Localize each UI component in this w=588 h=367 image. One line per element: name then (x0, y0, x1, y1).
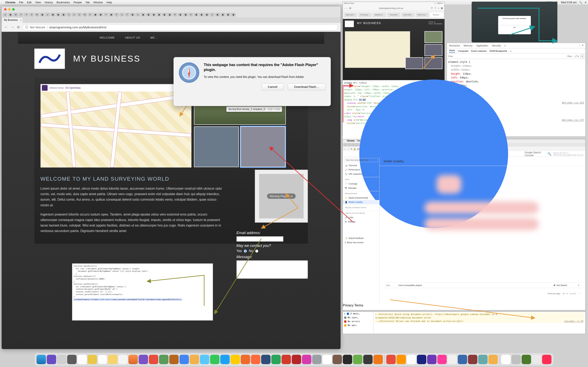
new-tab-icon[interactable]: + (438, 7, 439, 9)
mini-thumb[interactable] (424, 31, 442, 43)
sidebar-item-overview[interactable]: 📊 Overview (343, 163, 379, 167)
dock-app[interactable] (77, 355, 87, 364)
pager-size[interactable]: 10 (562, 292, 564, 295)
dock-app[interactable] (180, 355, 189, 364)
dock-preferences[interactable] (67, 355, 77, 364)
nav-about[interactable]: ABOUT US (125, 36, 140, 39)
close-icon[interactable]: ⋮ ✕ (579, 44, 584, 47)
bookmark-item[interactable]: ▦ (205, 13, 209, 17)
dock-app[interactable] (448, 355, 457, 364)
bookmark-item[interactable]: S (88, 13, 92, 17)
chevron-right-icon[interactable]: ▸ (378, 320, 380, 323)
nav-welcome[interactable]: WELCOME (100, 36, 115, 39)
pager-prev[interactable]: ‹ (578, 292, 579, 295)
dock-app[interactable] (118, 355, 128, 364)
bookmark-item[interactable]: a (3, 13, 7, 17)
dock-app[interactable] (407, 355, 416, 364)
active-app[interactable]: Chrome (5, 1, 15, 4)
reload-button[interactable]: ⟳ (16, 25, 20, 30)
bookmark-item[interactable]: ▦ (231, 13, 236, 17)
bookmark-item[interactable]: W (82, 13, 87, 17)
bookmark-item[interactable]: ▦ (130, 13, 135, 17)
overflow-icon[interactable]: » (510, 50, 511, 52)
forward-button[interactable]: → (10, 25, 14, 29)
zoom-button[interactable] (12, 8, 15, 11)
bookmark-item[interactable]: ▦ (109, 13, 113, 17)
menu-edit[interactable]: Edit (27, 1, 31, 4)
bookmark-item[interactable]: ▦ (98, 13, 103, 17)
bookmark-item[interactable]: ▦ (178, 13, 182, 17)
dock-app[interactable] (210, 355, 219, 364)
gallery-thumb[interactable] (194, 126, 239, 167)
bookmark-item[interactable]: R (173, 13, 177, 17)
sidebar-section-legacy[interactable]: Legacy tools and reports (343, 211, 379, 215)
bookmark-item[interactable]: ▦ (141, 13, 145, 17)
search-icon[interactable]: 🔍 (579, 1, 582, 4)
sidebar-item-links[interactable]: 🔗 Links (343, 215, 379, 220)
bookmark-item[interactable]: ▦ (162, 13, 167, 17)
dock-siri[interactable] (47, 355, 56, 364)
bookmark-item[interactable]: P (114, 13, 119, 17)
bookmark-item[interactable]: ▦ (199, 13, 204, 17)
bookmark-item[interactable]: ▦ (51, 13, 55, 17)
dock-app[interactable] (386, 355, 396, 364)
mini-thumb[interactable] (424, 44, 442, 56)
source-file[interactable]: bzLoader.js:78 (564, 320, 583, 323)
tabs-icon[interactable]: ▣ (441, 7, 443, 9)
newsletters-label[interactable]: Newsletters (434, 23, 442, 25)
chevron-right-icon[interactable]: ▸ (375, 313, 377, 316)
menu-help[interactable]: Help (107, 1, 112, 4)
dock-app[interactable] (437, 355, 447, 364)
dock-filezilla[interactable] (292, 355, 301, 364)
bookmark-item[interactable]: Y (24, 13, 29, 17)
safari-tab[interactable]: Favourites (387, 13, 400, 17)
bookmark-item[interactable]: a (210, 13, 214, 17)
tab-memory[interactable]: Memory (464, 44, 472, 47)
url-bar[interactable]: ⓘ Not Secure | rjmprogramming.com.au/MyB… (22, 24, 338, 30)
dock-safari[interactable] (57, 355, 66, 364)
gallery-thumb[interactable] (241, 126, 285, 167)
download-button[interactable]: Download Flash… (288, 83, 325, 90)
bookmark-item[interactable]: ▦ (221, 13, 225, 17)
msg-count[interactable]: 3 mess… (350, 312, 360, 315)
popup-ok[interactable]: OK (500, 25, 529, 28)
sidebar-item-sitemaps[interactable]: 🗺 Sitemaps (343, 186, 379, 190)
tab-performance[interactable]: rformance (449, 44, 460, 47)
sidebar-icon[interactable]: ▥ (349, 7, 351, 9)
email-field[interactable] (236, 236, 283, 242)
bookmark-item[interactable]: 3 (67, 13, 71, 17)
source-file[interactable]: Welcome.css:237 (562, 118, 584, 122)
tab-breakpoints[interactable]: DOM Breakpoints (490, 50, 507, 52)
minimize-button[interactable] (8, 8, 11, 11)
sidebar-item-mobile-usability[interactable]: 📱 Mobile Usability (343, 200, 379, 204)
bookmark-item[interactable]: ▦ (151, 13, 156, 17)
bookmark-item[interactable]: ▦ (226, 13, 230, 17)
safari-tab[interactable]: Cube Rubi… (401, 13, 415, 17)
dock-app[interactable] (87, 355, 97, 364)
bookmark-item[interactable]: S (29, 13, 34, 17)
pager-next[interactable]: › (581, 292, 581, 295)
bookmark-item[interactable]: Y (125, 13, 130, 17)
search-icon[interactable]: 🔍 (547, 152, 552, 156)
dock-xd[interactable] (542, 355, 552, 364)
safari-tab-active[interactable]: My Busi… (430, 13, 443, 17)
bookmark-item[interactable]: a (120, 13, 124, 17)
tab-computed[interactable]: Computed (458, 50, 468, 52)
bookmark-item[interactable]: Y (19, 13, 23, 17)
dock-app[interactable] (302, 355, 311, 364)
cancel-button[interactable]: Cancel (261, 83, 284, 90)
plugin-missing-box[interactable]: Missing Plug-in ➔ (255, 170, 308, 223)
dock-app[interactable] (478, 355, 488, 364)
dock-trash[interactable] (511, 355, 521, 364)
dock-terminal[interactable] (343, 355, 352, 364)
bookmark-item[interactable]: G (189, 13, 193, 17)
browser-tab[interactable]: My Business × (2, 17, 23, 23)
back-icon[interactable]: ‹ (345, 7, 345, 9)
sidebar-item-speed[interactable]: ⚡ Speed (experimental) (343, 196, 379, 200)
warn-count[interactable]: No war… (348, 324, 357, 327)
dock-app[interactable] (312, 355, 321, 364)
footer-privacy[interactable]: Privacy (343, 304, 354, 307)
close-button[interactable] (4, 8, 7, 11)
tab-application[interactable]: Application (476, 44, 488, 47)
missing-plugin-pill[interactable]: Missing Plug-in ➔ (267, 193, 296, 199)
